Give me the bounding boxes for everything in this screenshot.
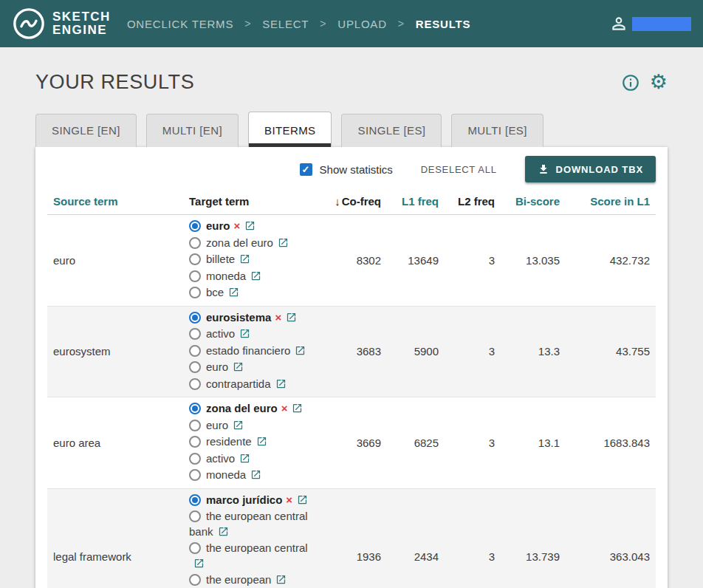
settings-gear-icon[interactable]: ⚙ xyxy=(650,72,668,92)
external-link-icon[interactable] xyxy=(275,378,287,394)
remove-selection-icon[interactable]: × xyxy=(286,493,292,506)
column-header-source-term[interactable]: Source term xyxy=(47,189,186,215)
radio-button[interactable] xyxy=(189,494,201,506)
breadcrumb-item-upload[interactable]: UPLOAD xyxy=(337,18,387,30)
username-text-selected[interactable] xyxy=(632,17,691,31)
target-term-label[interactable]: the european central xyxy=(206,541,308,554)
column-header-l2-freq[interactable]: L2 freq xyxy=(442,189,498,215)
target-term-label[interactable]: activo xyxy=(206,327,235,340)
table-body: euroeuro×zona del eurobilletemonedabce83… xyxy=(47,215,656,588)
radio-button[interactable] xyxy=(189,287,201,298)
target-term-label[interactable]: euro xyxy=(206,219,230,232)
radio-button[interactable] xyxy=(189,220,201,232)
external-link-icon[interactable] xyxy=(239,253,250,269)
tab-single-es[interactable]: SINGLE [ES] xyxy=(341,114,442,147)
radio-button[interactable] xyxy=(189,542,201,554)
external-link-icon[interactable] xyxy=(193,558,205,573)
external-link-icon[interactable] xyxy=(250,469,261,485)
column-header-label: Target term xyxy=(189,195,249,208)
target-term-label[interactable]: marco jurídico xyxy=(206,493,282,506)
target-term-label[interactable]: moneda xyxy=(206,468,246,481)
external-link-icon[interactable] xyxy=(250,270,261,286)
radio-button[interactable] xyxy=(189,345,201,357)
external-link-icon[interactable] xyxy=(218,526,229,541)
external-link-icon[interactable] xyxy=(295,345,306,360)
target-term-option: moneda xyxy=(189,269,320,286)
breadcrumb-separator: > xyxy=(244,18,251,30)
external-link-icon[interactable] xyxy=(239,328,250,343)
external-link-icon[interactable] xyxy=(278,237,289,253)
download-tbx-button[interactable]: DOWNLOAD TBX xyxy=(525,156,656,182)
table-row: legal frameworkmarco jurídico×the europe… xyxy=(47,488,656,588)
metric-cell: 13649 xyxy=(384,215,442,307)
radio-button[interactable] xyxy=(189,453,201,465)
radio-button[interactable] xyxy=(189,436,201,448)
breadcrumb-item-select[interactable]: SELECT xyxy=(262,18,309,30)
deselect-all-button[interactable]: DESELECT ALL xyxy=(421,164,497,175)
target-term-label[interactable]: euro xyxy=(206,360,228,373)
tab-biterms[interactable]: BITERMS xyxy=(248,112,332,147)
external-link-icon[interactable] xyxy=(286,312,297,327)
target-term-label[interactable]: zona del euro xyxy=(206,402,278,414)
target-term-label[interactable]: contrapartida xyxy=(206,377,271,390)
external-link-icon[interactable] xyxy=(292,403,303,418)
radio-button[interactable] xyxy=(189,403,201,414)
external-link-icon[interactable] xyxy=(228,287,239,302)
radio-button[interactable] xyxy=(189,378,201,390)
column-header-co-freq[interactable]: ↓Co-freq xyxy=(323,189,384,215)
metric-cell: 432.732 xyxy=(563,215,656,307)
checkbox-checked-icon[interactable] xyxy=(300,163,312,176)
target-term-label[interactable]: euro xyxy=(206,419,228,431)
sketch-engine-logo[interactable]: SKETCH ENGINE xyxy=(12,7,111,41)
column-header-l1-freq[interactable]: L1 freq xyxy=(384,189,442,215)
radio-button[interactable] xyxy=(189,270,201,282)
column-header-bi-score[interactable]: Bi-score xyxy=(498,189,563,215)
target-term-label[interactable]: zona del euro xyxy=(206,236,273,249)
radio-button[interactable] xyxy=(189,361,201,373)
radio-button[interactable] xyxy=(189,469,201,481)
title-row: YOUR RESULTS ⚙ xyxy=(0,47,703,94)
breadcrumb-item-oneclick-terms[interactable]: ONECLICK TERMS xyxy=(127,18,233,30)
radio-button[interactable] xyxy=(189,420,201,431)
show-statistics-toggle[interactable]: Show statistics xyxy=(300,163,393,176)
external-link-icon[interactable] xyxy=(239,453,250,468)
external-link-icon[interactable] xyxy=(275,574,287,588)
radio-button[interactable] xyxy=(189,312,201,324)
radio-button[interactable] xyxy=(189,574,201,586)
column-header-target-term[interactable]: Target term xyxy=(186,189,323,215)
target-term-label[interactable]: the european central bank xyxy=(189,510,308,538)
source-term-cell: euro area xyxy=(47,397,186,489)
breadcrumb-item-results[interactable]: RESULTS xyxy=(416,18,471,30)
radio-button[interactable] xyxy=(189,253,201,265)
target-term-label[interactable]: estado financiero xyxy=(206,344,290,357)
radio-button[interactable] xyxy=(189,237,201,249)
external-link-icon[interactable] xyxy=(256,436,267,451)
external-link-icon[interactable] xyxy=(297,494,308,510)
column-header-score-in-l1[interactable]: Score in L1 xyxy=(563,189,656,215)
target-term-label[interactable]: bce xyxy=(206,286,224,298)
metric-cell: 8302 xyxy=(323,215,384,307)
target-term-label[interactable]: moneda xyxy=(206,270,246,282)
target-term-label[interactable]: the european xyxy=(206,573,271,586)
remove-selection-icon[interactable]: × xyxy=(281,402,288,414)
external-link-icon[interactable] xyxy=(244,220,256,236)
info-icon[interactable] xyxy=(621,73,640,92)
external-link-icon[interactable] xyxy=(233,361,244,377)
radio-button[interactable] xyxy=(189,328,201,340)
metric-cell: 2434 xyxy=(384,488,442,588)
user-account-icon[interactable] xyxy=(609,14,628,33)
target-term-label[interactable]: activo xyxy=(206,452,235,465)
target-term-label[interactable]: billete xyxy=(206,253,235,265)
target-term-label[interactable]: eurosistema xyxy=(206,311,271,324)
radio-button[interactable] xyxy=(189,510,201,522)
remove-selection-icon[interactable]: × xyxy=(275,311,281,324)
tab-multi-en[interactable]: MULTI [EN] xyxy=(146,114,239,147)
target-term-option: activo xyxy=(189,451,320,468)
tab-multi-es[interactable]: MULTI [ES] xyxy=(451,114,543,147)
remove-selection-icon[interactable]: × xyxy=(234,219,241,232)
external-link-icon[interactable] xyxy=(233,420,244,435)
table-header-row: Source termTarget term↓Co-freqL1 freqL2 … xyxy=(47,189,656,215)
target-term-label[interactable]: residente xyxy=(206,435,252,448)
target-term-option: marco jurídico× xyxy=(189,493,320,510)
tab-single-en[interactable]: SINGLE [EN] xyxy=(35,114,137,147)
